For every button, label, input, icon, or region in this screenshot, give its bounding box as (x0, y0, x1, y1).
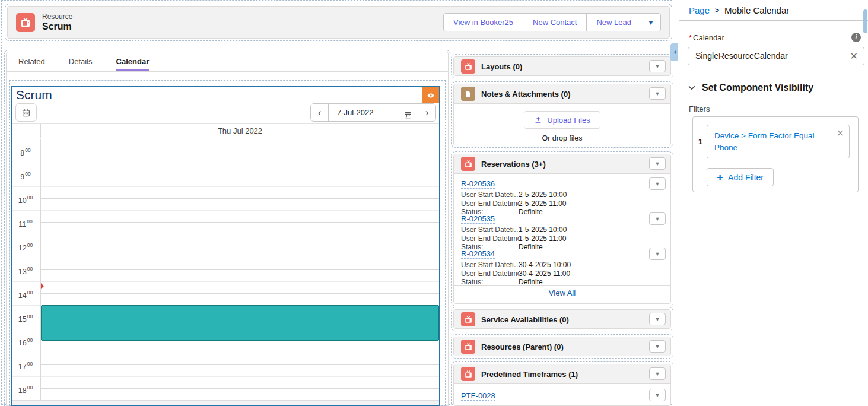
field-label: User End Datetime: (461, 270, 519, 278)
predefined-timeframes-title: Predefined Timeframes (1) (481, 370, 578, 379)
panel-collapse-handle[interactable] (670, 43, 678, 61)
reservations-header: Reservations (3+) ▼ (454, 154, 670, 173)
calendar-event[interactable] (41, 305, 439, 341)
calendar-name-input[interactable]: SingleResourceCalendar ✕ (688, 47, 864, 65)
reservation-items: R-020536 ▼ User Start Dateti…2-5-2025 10… (454, 173, 670, 279)
field-label: User End Datetime: (461, 200, 519, 208)
related-list-predefined-timeframes: Predefined Timeframes (1) ▼ PTF-0028 ▼ (453, 364, 671, 406)
filter-condition-label: Device > Form Factor Equal Phone (714, 131, 814, 152)
view-all-row: View All (454, 285, 670, 300)
plus-icon: + (717, 172, 723, 183)
status-link[interactable]: Definite (519, 278, 543, 287)
time-label: 1000 (12, 193, 39, 205)
field-value: 2-5-2025 10:00 (519, 191, 567, 199)
day-column[interactable] (41, 139, 439, 400)
scrollbar-thumb[interactable] (863, 9, 867, 33)
upload-files-button[interactable]: Upload Files (524, 111, 600, 129)
visibility-eye-button[interactable] (422, 87, 439, 103)
date-input[interactable]: 7-Jul-2022 (329, 104, 418, 121)
previous-day-button[interactable]: ‹ (311, 104, 329, 121)
notes-file-icon (461, 87, 475, 101)
calendar-grid: 8009001000110012001300140015001600170018… (12, 139, 439, 400)
field-value: 1-5-2025 10:00 (519, 226, 567, 234)
upload-files-label: Upload Files (547, 116, 590, 125)
related-list-resources-parent: Resources (Parent) (0) ▼ (453, 337, 671, 356)
field-label: Status: (461, 278, 519, 287)
time-column: 8009001000110012001300140015001600170018… (12, 139, 41, 400)
panel-divider (679, 20, 868, 21)
reservation-link[interactable]: R-020535 (461, 214, 495, 224)
calendar-component-outline: Scrum ‹ (9, 80, 446, 406)
date-value: 7-Jul-2022 (337, 108, 373, 117)
layouts-title: Layouts (0) (481, 62, 522, 71)
resources-parent-dropdown-button[interactable]: ▼ (649, 340, 666, 353)
calendar-view-button[interactable] (15, 103, 37, 122)
new-contact-button[interactable]: New Contact (523, 13, 587, 31)
calendar-widget: Scrum ‹ (11, 86, 440, 406)
set-component-visibility-toggle[interactable]: Set Component Visibility (688, 83, 813, 93)
field-value: 30-4-2025 11:00 (519, 270, 570, 278)
calendar-toolbar: ‹ 7-Jul-2022 › (15, 103, 436, 122)
related-list-layouts: Layouts (0) ▼ (453, 56, 671, 76)
next-day-button[interactable]: › (418, 104, 435, 121)
reservation-link[interactable]: R-020536 (461, 179, 495, 189)
time-label: 900 (12, 169, 39, 182)
info-icon[interactable]: i (851, 33, 861, 42)
properties-panel: Page > Mobile Calendar *Calendar i Singl… (679, 0, 868, 406)
time-label: 1200 (12, 240, 39, 253)
field-label: User Start Dateti… (461, 261, 519, 269)
ptf-link[interactable]: PTF-0028 (461, 391, 495, 401)
layouts-tv-icon (461, 59, 475, 74)
ptf-dropdown-button[interactable]: ▼ (649, 389, 666, 401)
reservation-dropdown-button[interactable]: ▼ (649, 212, 666, 225)
remove-filter-icon[interactable]: ✕ (837, 128, 844, 139)
time-label: 1500 (12, 312, 39, 324)
app-builder-canvas: Resource Scrum View in Booker25 New Cont… (0, 0, 678, 406)
time-label: 1600 (12, 335, 39, 348)
service-availabilities-dropdown-button[interactable]: ▼ (649, 313, 666, 325)
clear-icon[interactable]: ✕ (850, 47, 858, 65)
field-label: User End Datetime: (461, 235, 519, 243)
tab-related[interactable]: Related (18, 57, 45, 71)
object-label: Resource (42, 12, 72, 21)
notes-dropdown-button[interactable]: ▼ (649, 87, 666, 100)
reservation-dropdown-button[interactable]: ▼ (649, 248, 666, 260)
related-list-service-availabilities: Service Availabilities (0) ▼ (453, 309, 671, 329)
service-availabilities-header: Service Availabilities (0) ▼ (454, 310, 670, 329)
new-lead-button[interactable]: New Lead (586, 13, 641, 31)
view-all-link[interactable]: View All (549, 288, 576, 297)
reservations-dropdown-button[interactable]: ▼ (649, 157, 666, 170)
calendar-name-value: SingleResourceCalendar (695, 51, 788, 61)
field-value: 30-4-2025 10:00 (519, 261, 571, 269)
reservation-link[interactable]: R-020534 (461, 249, 495, 259)
filter-condition-button[interactable]: Device > Form Factor Equal Phone ✕ (707, 125, 850, 158)
predefined-timeframes-tv-icon (461, 367, 475, 381)
tab-calendar[interactable]: Calendar (116, 57, 150, 71)
reservation-row: R-020534 ▼ User Start Dateti…30-4-2025 1… (454, 244, 670, 279)
calendar-field-label: *Calendar (689, 33, 724, 42)
filter-number: 1 (698, 137, 702, 146)
calendar-scrollbar-track[interactable] (12, 400, 439, 406)
record-actions: View in Booker25 New Contact New Lead ▼ (443, 13, 661, 31)
record-name: Scrum (42, 21, 72, 32)
add-filter-label: Add Filter (728, 173, 764, 182)
resources-parent-header: Resources (Parent) (0) ▼ (454, 337, 670, 356)
resources-parent-tv-icon (461, 340, 475, 354)
view-in-booker25-button[interactable]: View in Booker25 (443, 13, 523, 31)
record-header: Resource Scrum View in Booker25 New Cont… (7, 6, 670, 39)
breadcrumb-page-link[interactable]: Page (689, 5, 710, 15)
time-label: 1100 (12, 217, 39, 229)
more-actions-dropdown[interactable]: ▼ (641, 13, 661, 31)
breadcrumb-current: Mobile Calendar (724, 5, 789, 15)
tab-details[interactable]: Details (69, 57, 93, 71)
layouts-dropdown-button[interactable]: ▼ (649, 60, 666, 72)
date-picker-calendar-icon[interactable] (403, 108, 412, 122)
predefined-timeframes-dropdown-button[interactable]: ▼ (649, 367, 666, 380)
tab-bar: Related Details Calendar (7, 52, 448, 72)
reservation-dropdown-button[interactable]: ▼ (649, 177, 666, 190)
predefined-timeframes-header: Predefined Timeframes (1) ▼ (454, 364, 670, 383)
field-label: User Start Dateti… (461, 191, 519, 199)
field-label: User Start Dateti… (461, 226, 519, 234)
add-filter-button[interactable]: + Add Filter (707, 168, 774, 186)
service-availabilities-title: Service Availabilities (0) (481, 315, 569, 324)
